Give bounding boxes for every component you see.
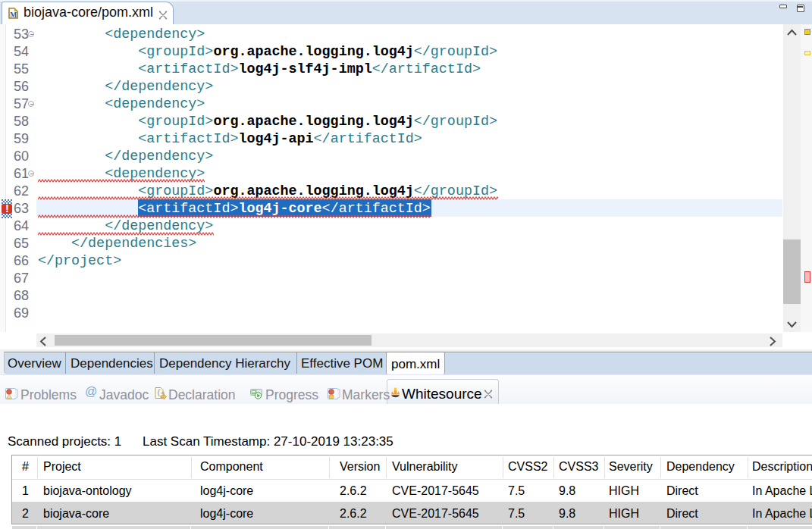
svg-text:M: M	[10, 11, 17, 19]
